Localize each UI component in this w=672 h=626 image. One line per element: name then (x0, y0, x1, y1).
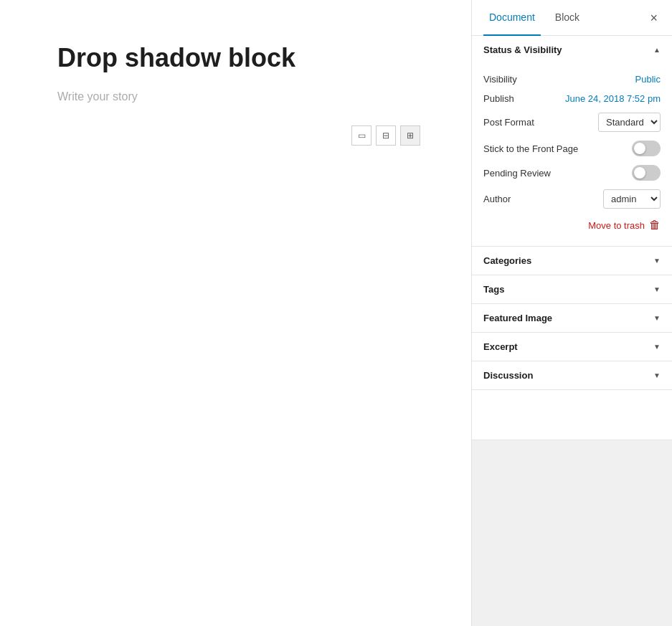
excerpt-header[interactable]: Excerpt ▼ (472, 333, 672, 361)
publish-row: Publish June 24, 2018 7:52 pm (483, 89, 661, 108)
stick-front-label: Stick to the Front Page (483, 143, 578, 154)
sidebar-header: Document Block × (472, 0, 672, 36)
two-column-icon: ⊟ (382, 131, 389, 141)
excerpt-title: Excerpt (483, 341, 518, 352)
status-visibility-chevron-up: ▲ (653, 46, 661, 54)
tags-header[interactable]: Tags ▼ (472, 275, 672, 303)
discussion-title: Discussion (483, 370, 533, 381)
tags-chevron: ▼ (653, 285, 661, 293)
pending-review-label: Pending Review (483, 168, 551, 179)
move-to-trash-link[interactable]: Move to trash (588, 220, 645, 231)
excerpt-chevron: ▼ (653, 343, 661, 351)
status-visibility-panel: Status & Visibility ▲ Visibility Public … (472, 36, 672, 247)
categories-header[interactable]: Categories ▼ (472, 247, 672, 275)
sidebar-footer (472, 440, 672, 626)
featured-image-panel: Featured Image ▼ (472, 304, 672, 333)
categories-panel: Categories ▼ (472, 247, 672, 275)
post-body[interactable]: Write your story (57, 90, 414, 103)
trash-icon: 🗑 (649, 219, 661, 232)
pending-review-row: Pending Review (483, 161, 661, 185)
sidebar-close-button[interactable]: × (647, 9, 661, 27)
discussion-panel: Discussion ▼ (472, 361, 672, 390)
two-column-toggle[interactable]: ⊟ (376, 125, 396, 146)
post-title[interactable]: Drop shadow block (57, 43, 414, 73)
publish-value[interactable]: June 24, 2018 7:52 pm (565, 93, 661, 104)
image-icon: ⊞ (407, 131, 414, 141)
featured-image-title: Featured Image (483, 313, 552, 323)
post-format-label: Post Format (483, 117, 534, 128)
discussion-chevron: ▼ (653, 371, 661, 379)
trash-row: Move to trash 🗑 (483, 213, 661, 234)
visibility-value[interactable]: Public (635, 74, 661, 85)
sidebar: Document Block × Status & Visibility ▲ V… (471, 0, 672, 626)
post-format-select[interactable]: Standard Aside Image Video Audio (598, 113, 661, 132)
status-visibility-body: Visibility Public Publish June 24, 2018 … (472, 64, 672, 246)
author-select[interactable]: admin (603, 189, 661, 209)
pending-review-toggle[interactable] (632, 165, 661, 181)
author-label: Author (483, 194, 511, 204)
image-toggle[interactable]: ⊞ (400, 125, 420, 146)
categories-chevron: ▼ (653, 257, 661, 265)
tags-title: Tags (483, 284, 504, 295)
excerpt-panel: Excerpt ▼ (472, 333, 672, 361)
status-visibility-header[interactable]: Status & Visibility ▲ (472, 36, 672, 64)
tags-panel: Tags ▼ (472, 275, 672, 304)
visibility-label: Visibility (483, 74, 517, 85)
author-row: Author admin (483, 185, 661, 213)
sidebar-content: Status & Visibility ▲ Visibility Public … (472, 36, 672, 440)
status-visibility-title: Status & Visibility (483, 44, 562, 55)
tab-block[interactable]: Block (549, 0, 585, 36)
publish-label: Publish (483, 93, 514, 104)
tab-document[interactable]: Document (483, 0, 541, 36)
discussion-header[interactable]: Discussion ▼ (472, 361, 672, 389)
single-column-icon: ▭ (358, 131, 366, 141)
featured-image-chevron: ▼ (653, 314, 661, 322)
editor-area: Drop shadow block Write your story ▭ ⊟ ⊞ (0, 0, 471, 626)
visibility-row: Visibility Public (483, 70, 661, 89)
categories-title: Categories (483, 255, 531, 266)
single-column-toggle[interactable]: ▭ (351, 125, 372, 146)
stick-front-toggle[interactable] (632, 141, 661, 156)
post-format-row: Post Format Standard Aside Image Video A… (483, 108, 661, 136)
featured-image-header[interactable]: Featured Image ▼ (472, 304, 672, 332)
stick-front-row: Stick to the Front Page (483, 136, 661, 161)
view-toggles: ▭ ⊟ ⊞ (351, 125, 420, 146)
